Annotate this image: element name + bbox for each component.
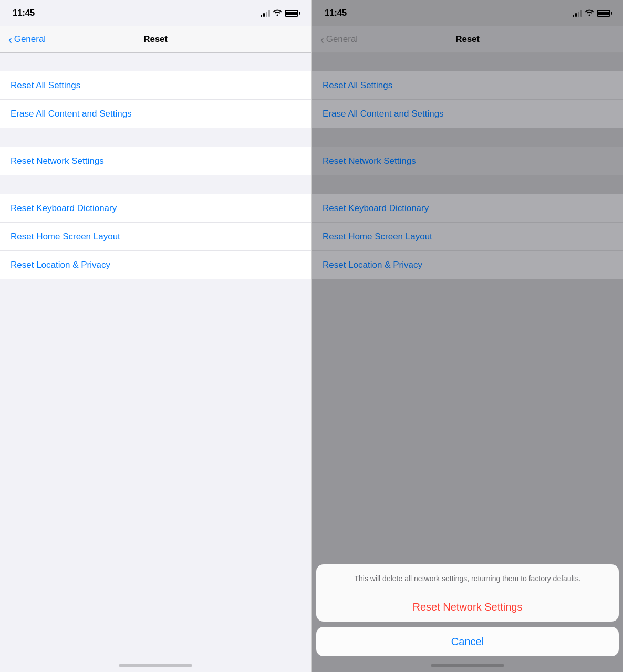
left-section-1: Reset All Settings Erase All Content and…	[0, 71, 311, 128]
left-gap-1	[0, 128, 311, 147]
left-reset-home-screen[interactable]: Reset Home Screen Layout	[0, 223, 311, 251]
left-time: 11:45	[13, 8, 35, 18]
left-nav-bar: ‹ General Reset	[0, 26, 311, 52]
action-sheet-main: This will delete all network settings, r…	[316, 564, 619, 622]
left-status-icons	[261, 9, 298, 17]
left-reset-keyboard-label: Reset Keyboard Dictionary	[11, 203, 117, 214]
left-erase-all-content-label: Erase All Content and Settings	[11, 109, 132, 119]
left-section-2: Reset Network Settings	[0, 147, 311, 175]
left-back-label: General	[14, 34, 46, 45]
left-reset-location-privacy-label: Reset Location & Privacy	[11, 260, 110, 270]
left-top-spacer	[0, 52, 311, 71]
right-action-sheet: This will delete all network settings, r…	[312, 564, 623, 672]
left-gap-2	[0, 175, 311, 194]
left-reset-location-privacy[interactable]: Reset Location & Privacy	[0, 251, 311, 279]
action-sheet-destructive-label: Reset Network Settings	[413, 601, 523, 613]
right-panel: 11:45 ‹ General	[312, 0, 623, 672]
left-wifi-icon	[273, 9, 282, 17]
left-reset-network[interactable]: Reset Network Settings	[0, 147, 311, 175]
left-reset-all-settings[interactable]: Reset All Settings	[0, 71, 311, 100]
left-panel: 11:45 ‹ General	[0, 0, 311, 672]
left-nav-title: Reset	[143, 34, 167, 45]
left-status-bar: 11:45	[0, 0, 311, 26]
left-reset-network-label: Reset Network Settings	[11, 156, 104, 166]
left-bottom-area	[0, 279, 311, 672]
left-reset-home-screen-label: Reset Home Screen Layout	[11, 232, 120, 242]
left-reset-all-settings-label: Reset All Settings	[11, 80, 80, 91]
action-sheet-message: This will delete all network settings, r…	[316, 564, 619, 592]
action-sheet-cancel-button[interactable]: Cancel	[316, 627, 619, 656]
left-erase-all-content[interactable]: Erase All Content and Settings	[0, 100, 311, 128]
left-section-3: Reset Keyboard Dictionary Reset Home Scr…	[0, 194, 311, 279]
left-reset-keyboard[interactable]: Reset Keyboard Dictionary	[0, 194, 311, 223]
action-sheet-cancel-label: Cancel	[451, 636, 484, 648]
action-sheet-destructive-button[interactable]: Reset Network Settings	[316, 592, 619, 622]
left-battery-icon	[285, 10, 298, 17]
left-back-chevron-icon: ‹	[8, 34, 12, 45]
left-back-button[interactable]: ‹ General	[8, 34, 46, 45]
left-home-indicator	[119, 664, 192, 667]
left-signal-icon	[261, 9, 270, 17]
